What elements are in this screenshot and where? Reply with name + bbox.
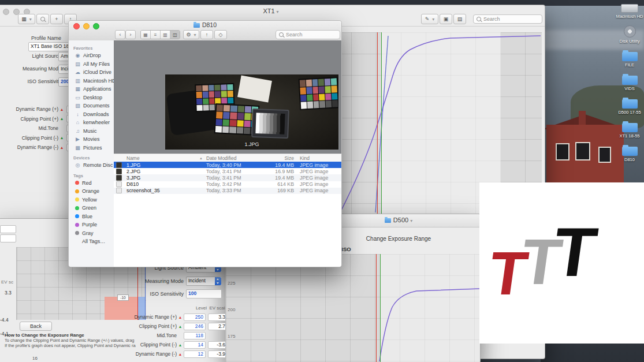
sidebar-item-icon: ▶: [74, 136, 81, 142]
sidebar-tag[interactable]: Yellow: [69, 196, 114, 204]
desktop-icon[interactable]: Macintosh HD: [616, 2, 643, 19]
sidebar-item[interactable]: ▧ Documents: [69, 102, 114, 110]
sidebar-tag[interactable]: Orange: [69, 187, 114, 196]
back-button[interactable]: ‹: [115, 30, 125, 39]
sidebar-item-label: Red: [82, 180, 92, 186]
coverflow-view-icon[interactable]: ◫: [170, 31, 180, 39]
date-column-header[interactable]: Date Modified: [206, 155, 267, 161]
size-column-header[interactable]: Size: [267, 155, 300, 161]
table-row[interactable]: 3.JPG Today, 3:41 PM 19.4 MB JPEG image: [114, 174, 341, 181]
level-value-field[interactable]: 14: [184, 341, 206, 349]
level-value-field[interactable]: 12: [184, 350, 206, 358]
table-row[interactable]: D810 Today, 3:42 PM 614 KB JPEG image: [114, 181, 341, 188]
ev-value-field[interactable]: -3.6: [208, 341, 228, 349]
column-view-icon[interactable]: ▥: [160, 31, 170, 39]
search-placeholder: Search: [286, 32, 303, 38]
sidebar-tag[interactable]: Purple: [69, 221, 114, 229]
desktop-icon[interactable]: FILE: [616, 50, 643, 68]
zoom-out-button[interactable]: [36, 14, 49, 24]
sidebar-item[interactable]: ☁ iCloud Drive: [69, 68, 114, 77]
sidebar-tag[interactable]: Blue: [69, 212, 114, 221]
profile-name-label: Profile Name: [1, 35, 61, 41]
sidebar-tag[interactable]: All Tags…: [69, 237, 114, 246]
back-button[interactable]: Back: [20, 322, 52, 331]
desktop-icon[interactable]: Disk Utility: [616, 25, 643, 44]
sidebar-item[interactable]: ▩ Pictures: [69, 144, 114, 152]
ev-value-field[interactable]: -3.9: [208, 350, 228, 358]
red-clip-line[interactable]: [376, 254, 377, 362]
layout-button[interactable]: ▣: [440, 14, 452, 24]
range-label: Clipping Point (+): [1, 116, 58, 122]
sidebar-item[interactable]: ▶ Movies: [69, 135, 114, 144]
table-row[interactable]: screenshot_35 Today, 3:33 PM 169 KB JPEG…: [114, 188, 341, 194]
sidebar-section-header: Favorites: [69, 46, 114, 51]
sidebar-item-label: Gray: [82, 230, 94, 236]
sidebar-item-label: Music: [83, 128, 97, 134]
share-button[interactable]: ↑: [200, 30, 213, 39]
red-clip-line[interactable]: [377, 32, 378, 215]
profile-name-input[interactable]: XT1 Base ISO 18-5: [28, 42, 70, 51]
sidebar-tag[interactable]: Red: [69, 179, 114, 188]
sidebar-item[interactable]: ◎ Remote Disc: [69, 161, 114, 170]
desktop-icon[interactable]: D810: [616, 145, 643, 162]
sidebar-item[interactable]: ⌂ kenwheeler: [69, 118, 114, 127]
chevron-right-icon: ›: [130, 32, 132, 38]
search-icon: [279, 32, 284, 37]
desktop-icon-label: VIDS: [624, 86, 635, 91]
table-row[interactable]: 1.JPG Today, 3:40 PM 19.4 MB JPEG image: [114, 162, 341, 168]
sidebar-item-icon: ▤: [74, 61, 81, 67]
range-label: Dynamic Range (-): [104, 351, 177, 357]
desktop-icon[interactable]: XT1 18-55: [616, 121, 643, 139]
range-label: Clipping Point (-): [1, 135, 58, 141]
iso-sensitivity-input[interactable]: 100: [186, 289, 222, 298]
print-button[interactable]: ▤: [453, 14, 466, 24]
green-clip-line[interactable]: [381, 32, 382, 215]
ev-value-field[interactable]: 3.3: [208, 314, 228, 321]
zoom-in-button[interactable]: +: [50, 14, 63, 24]
desktop-icon-label: D500 17-55: [618, 110, 641, 115]
proxy-chevron-icon: ▾: [277, 9, 279, 14]
ev-value-field[interactable]: 2.7: [208, 323, 228, 330]
level-value-field[interactable]: 246: [184, 323, 206, 330]
warning-triangle-icon: ▲: [177, 324, 184, 329]
sidebar-item[interactable]: ▭ Desktop: [69, 94, 114, 102]
preview-photo[interactable]: 1.JPG: [165, 74, 338, 150]
view-options-button[interactable]: ▦▾: [18, 14, 35, 24]
forward-button[interactable]: ›: [125, 30, 136, 39]
green-clip-line[interactable]: [380, 254, 381, 362]
sidebar-item[interactable]: ♫ Music: [69, 127, 114, 136]
file-date: Today, 3:42 PM: [206, 181, 267, 187]
printer-icon: ▤: [457, 16, 463, 22]
view-switcher[interactable]: ▦ ≡ ▥ ◫: [140, 30, 180, 39]
level-value-field[interactable]: 118: [184, 332, 206, 339]
search-input[interactable]: Search: [473, 14, 542, 24]
kind-column-header[interactable]: Kind: [300, 155, 340, 161]
search-input[interactable]: Search: [276, 30, 340, 39]
tag-color-dot: [75, 240, 79, 244]
logo-letter: T: [549, 217, 601, 286]
list-view-icon[interactable]: ≡: [150, 31, 160, 39]
sidebar-item-label: Pictures: [83, 145, 102, 151]
sidebar-tag[interactable]: Green: [69, 204, 114, 212]
sidebar-item[interactable]: ◉ AirDrop: [69, 51, 114, 60]
folder-proxy-icon: [193, 23, 200, 28]
table-row: Clipping Point (+) ▲ 246 2.7: [104, 322, 228, 331]
measuring-mode-select[interactable]: Incident: [186, 277, 222, 286]
sidebar-item[interactable]: ↓ Downloads: [69, 110, 114, 119]
file-name: 3.JPG: [126, 175, 206, 181]
edit-menu-button[interactable]: ✎▾: [421, 14, 438, 24]
tags-button[interactable]: ◇: [214, 30, 227, 39]
icon-view-icon[interactable]: ▦: [141, 31, 150, 39]
action-menu-button[interactable]: ⚙▾: [183, 30, 199, 39]
table-row[interactable]: 2.JPG Today, 3:41 PM 16.9 MB JPEG image: [114, 168, 341, 174]
tag-color-dot: [75, 223, 79, 227]
name-column-header[interactable]: Name▲: [126, 155, 206, 161]
sidebar-tag[interactable]: Gray: [69, 229, 114, 238]
sidebar-item[interactable]: ▥ Macintosh HD: [69, 77, 114, 85]
desktop-icon[interactable]: VIDS: [616, 74, 643, 91]
desktop-icon-label: D810: [624, 157, 635, 162]
level-value-field[interactable]: 250: [184, 314, 206, 321]
desktop-icon[interactable]: D500 17-55: [616, 98, 643, 115]
sidebar-item[interactable]: ▦ Applications: [69, 85, 114, 94]
sidebar-item[interactable]: ▤ All My Files: [69, 60, 114, 69]
